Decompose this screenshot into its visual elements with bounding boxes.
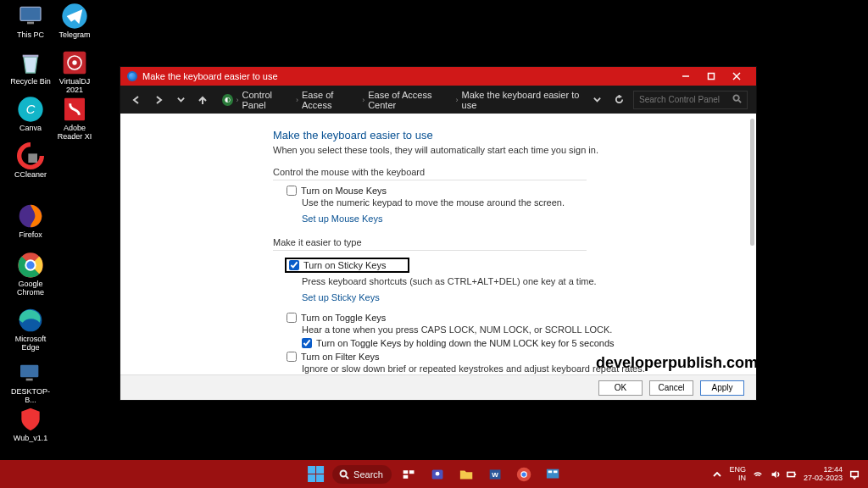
icon-ccleaner[interactable]: CCleaner: [8, 142, 53, 180]
svg-rect-40: [548, 470, 553, 473]
svg-rect-30: [409, 470, 415, 474]
content-area: Make the keyboard easier to use When you…: [120, 114, 756, 374]
section-mouse-control: Control the mouse with the keyboard: [273, 167, 587, 180]
checkbox-input[interactable]: [287, 186, 297, 196]
virtualdj-icon: [61, 49, 88, 76]
icon-firefox[interactable]: Firefox: [8, 202, 53, 240]
mouse-keys-checkbox[interactable]: Turn on Mouse Keys: [287, 186, 739, 196]
toggle-keys-hold-checkbox[interactable]: Turn on Toggle Keys by holding down the …: [302, 338, 739, 348]
svg-line-28: [346, 476, 348, 479]
volume-icon[interactable]: [770, 469, 780, 480]
search-icon: [339, 469, 349, 480]
svg-rect-2: [23, 55, 39, 58]
back-button[interactable]: [129, 95, 144, 105]
wifi-icon[interactable]: [753, 469, 763, 480]
up-button[interactable]: [195, 95, 210, 105]
icon-wub[interactable]: Wub_v1.1: [8, 406, 53, 443]
svg-text:C: C: [26, 103, 36, 116]
shield-icon: [17, 406, 44, 433]
svg-point-38: [521, 472, 526, 476]
svg-rect-29: [403, 470, 409, 474]
monitor-icon: [17, 3, 44, 30]
task-view-button[interactable]: [397, 463, 420, 485]
search-input[interactable]: Search Control Panel: [633, 91, 748, 109]
icon-this-pc[interactable]: This PC: [8, 3, 53, 40]
icon-recycle-bin[interactable]: Recycle Bin: [8, 49, 53, 86]
icon-edge[interactable]: Microsoft Edge: [8, 307, 53, 352]
svg-rect-1: [27, 22, 34, 25]
navbar: ◐ › Control Panel › Ease of Access › Eas…: [120, 86, 756, 114]
scrollbar-thumb[interactable]: [750, 119, 754, 246]
apply-button[interactable]: Apply: [700, 380, 744, 396]
clock[interactable]: 12:44 27-02-2023: [804, 466, 843, 483]
icon-canva[interactable]: C Canva: [8, 96, 53, 133]
recent-dropdown[interactable]: [173, 95, 188, 104]
icon-adobe-reader[interactable]: Adobe Reader XI: [53, 96, 97, 141]
svg-rect-21: [709, 74, 715, 80]
svg-rect-39: [547, 469, 559, 478]
svg-rect-5: [28, 153, 37, 163]
icon-chrome[interactable]: Google Chrome: [8, 252, 53, 297]
svg-line-26: [738, 100, 741, 103]
forward-button[interactable]: [151, 95, 166, 105]
svg-point-11: [26, 261, 34, 269]
svg-rect-41: [554, 470, 558, 473]
chevron-right-icon: ›: [236, 96, 239, 104]
ok-button[interactable]: OK: [598, 380, 643, 396]
battery-icon[interactable]: [787, 469, 797, 480]
system-tray[interactable]: ENG IN 12:44 27-02-2023: [712, 466, 860, 483]
breadcrumb-dropdown[interactable]: [589, 95, 604, 104]
ccleaner-icon: [17, 142, 44, 169]
mouse-keys-link[interactable]: Set up Mouse Keys: [302, 214, 382, 224]
page-subtitle: When you select these tools, they will a…: [273, 145, 739, 155]
breadcrumb-item[interactable]: Control Panel: [242, 90, 293, 110]
search-placeholder: Search Control Panel: [639, 95, 720, 104]
cancel-button[interactable]: Cancel: [649, 380, 693, 396]
toggle-keys-desc: Hear a tone when you press CAPS LOCK, NU…: [302, 324, 739, 335]
taskbar[interactable]: Search W ENG IN 12:44 27-02-2023: [0, 460, 868, 488]
breadcrumb[interactable]: ◐ › Control Panel › Ease of Access › Eas…: [222, 90, 582, 110]
windows-logo-icon: [308, 466, 324, 482]
sticky-keys-checkbox[interactable]: [289, 260, 299, 270]
icon-virtualdj[interactable]: VirtualDJ 2021: [53, 49, 97, 95]
titlebar[interactable]: Make the keyboard easier to use: [120, 67, 756, 86]
bin-icon: [17, 49, 44, 76]
chevron-up-icon[interactable]: [712, 469, 722, 480]
watermark-text: developerpublish.com: [596, 354, 758, 372]
breadcrumb-item[interactable]: Ease of Access: [302, 90, 359, 110]
dialog-buttons: OK Cancel Apply: [120, 374, 756, 400]
checkbox-input[interactable]: [287, 313, 297, 323]
language-indicator[interactable]: ENG IN: [729, 466, 746, 483]
icon-desktop-b[interactable]: DESKTOP-B...: [8, 359, 53, 405]
breadcrumb-item[interactable]: Ease of Access Center: [368, 90, 452, 110]
page-heading: Make the keyboard easier to use: [273, 129, 739, 141]
sticky-keys-link[interactable]: Set up Sticky Keys: [302, 292, 380, 302]
taskbar-teams[interactable]: [426, 463, 449, 485]
ease-of-access-icon: [127, 71, 137, 81]
edge-icon: [17, 307, 44, 334]
section-easier-type: Make it easier to type: [273, 237, 587, 251]
maximize-button[interactable]: [698, 67, 724, 86]
toggle-keys-checkbox[interactable]: Turn on Toggle Keys: [287, 313, 739, 323]
minimize-button[interactable]: [673, 67, 698, 86]
breadcrumb-item[interactable]: Make the keyboard easier to use: [462, 90, 582, 110]
sticky-keys-highlighted: Turn on Sticky Keys: [285, 258, 409, 273]
search-icon: [732, 94, 742, 105]
checkbox-input[interactable]: [287, 352, 297, 362]
taskbar-word[interactable]: W: [483, 463, 507, 485]
taskbar-control-panel[interactable]: [541, 463, 565, 485]
taskbar-search[interactable]: Search: [332, 465, 392, 484]
refresh-button[interactable]: [611, 95, 626, 104]
checkbox-input[interactable]: [302, 338, 312, 348]
network-pc-icon: [17, 359, 44, 386]
firefox-icon: [17, 202, 44, 230]
telegram-icon: [61, 3, 88, 30]
notification-icon[interactable]: [849, 469, 860, 480]
control-panel-icon: ◐: [222, 94, 233, 106]
svg-point-25: [733, 95, 738, 100]
close-button[interactable]: [724, 67, 749, 86]
icon-telegram[interactable]: Telegram: [53, 3, 97, 40]
start-button[interactable]: [303, 463, 327, 485]
taskbar-explorer[interactable]: [454, 463, 478, 485]
taskbar-chrome[interactable]: [512, 463, 536, 485]
